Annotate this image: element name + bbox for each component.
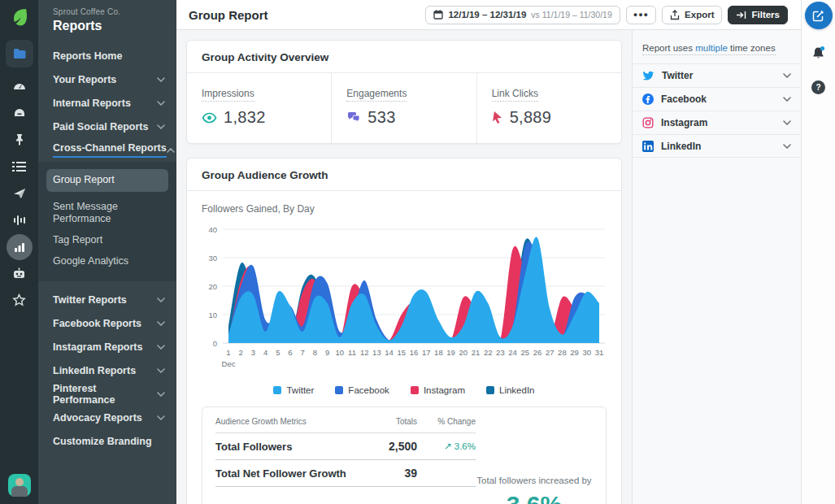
svg-text:18: 18 xyxy=(434,348,443,357)
pin-icon[interactable] xyxy=(0,126,38,153)
legend-item-facebook[interactable]: Facebook xyxy=(335,385,389,395)
svg-text:11: 11 xyxy=(348,348,356,357)
notifications-bell-icon[interactable] xyxy=(811,46,826,64)
sidebar-item-linkedin-reports[interactable]: LinkedIn Reports xyxy=(38,358,176,382)
company-name: Sprout Coffee Co. xyxy=(53,7,162,16)
sidebar-item-internal-reports[interactable]: Internal Reports xyxy=(38,91,176,115)
svg-text:3: 3 xyxy=(251,348,255,357)
sidebar-item-facebook-reports[interactable]: Facebook Reports xyxy=(38,311,176,335)
svg-text:13: 13 xyxy=(372,348,381,357)
sidebar-subitem-tag-report[interactable]: Tag Report xyxy=(38,230,176,251)
compose-button[interactable] xyxy=(805,2,833,29)
twitter-icon xyxy=(642,71,655,81)
svg-text:6: 6 xyxy=(288,348,292,357)
sidebar-item-label: Advocacy Reports xyxy=(53,412,157,424)
svg-text:16: 16 xyxy=(410,348,419,357)
date-compare-value: vs 11/1/19 – 11/30/19 xyxy=(531,10,611,20)
sidebar-subitem-sent-message-performance[interactable]: Sent Message Performance xyxy=(38,197,176,230)
channel-row-instagram[interactable]: Instagram xyxy=(633,111,801,134)
more-options-button[interactable]: ●●● xyxy=(626,6,656,24)
chevron-down-icon xyxy=(157,392,165,397)
svg-text:10: 10 xyxy=(208,311,217,319)
reports-bar-chart-icon[interactable] xyxy=(0,233,38,260)
sidebar-item-label: LinkedIn Reports xyxy=(53,365,157,376)
eye-icon xyxy=(202,112,217,124)
overview-card-title: Group Activity Overview xyxy=(187,41,621,73)
chevron-down-icon xyxy=(783,97,791,102)
overview-metrics: Impressions1,832Engagements533Link Click… xyxy=(187,73,621,143)
table-header-row: Audience Growth Metrics Totals % Change xyxy=(215,417,476,433)
sidebar-item-advocacy-reports[interactable]: Advocacy Reports xyxy=(38,406,176,429)
chevron-down-icon xyxy=(157,345,165,350)
sidebar-item-cross-channel-reports[interactable]: Cross-Channel Reports xyxy=(38,138,176,162)
sidebar-item-twitter-reports[interactable]: Twitter Reports xyxy=(38,288,176,311)
svg-text:21: 21 xyxy=(472,348,481,357)
channel-row-twitter[interactable]: Twitter xyxy=(633,63,801,87)
metric-label[interactable]: Engagements xyxy=(346,88,407,102)
chevron-down-icon xyxy=(157,368,165,373)
sidebar-main-nav: Reports HomeYour ReportsInternal Reports… xyxy=(38,44,176,162)
metric-value-row: 5,889 xyxy=(492,108,607,127)
svg-text:28: 28 xyxy=(558,348,567,357)
svg-text:23: 23 xyxy=(496,348,505,357)
legend-label: Twitter xyxy=(286,385,314,395)
reports-app-icon[interactable] xyxy=(6,40,33,67)
chevron-down-icon xyxy=(157,321,165,326)
legend-swatch xyxy=(273,386,281,394)
calendar-icon xyxy=(433,10,443,20)
metric-label[interactable]: Impressions xyxy=(202,88,254,102)
filters-button[interactable]: Filters xyxy=(728,6,788,24)
chevron-down-icon xyxy=(157,77,165,82)
metric-value: 5,889 xyxy=(510,108,552,127)
svg-text:26: 26 xyxy=(533,348,542,357)
export-button[interactable]: Export xyxy=(662,6,722,24)
channel-row-facebook[interactable]: Facebook xyxy=(633,87,801,111)
sidebar-subitem-google-analytics[interactable]: Google Analytics xyxy=(38,251,176,272)
star-icon[interactable] xyxy=(0,287,38,314)
svg-text:17: 17 xyxy=(422,348,431,357)
svg-text:24: 24 xyxy=(508,348,517,357)
reports-sidebar: Sprout Coffee Co. Reports Reports HomeYo… xyxy=(38,0,176,504)
sidebar-item-instagram-reports[interactable]: Instagram Reports xyxy=(38,335,176,358)
chevron-down-icon xyxy=(157,415,165,420)
metric-label[interactable]: Link Clicks xyxy=(492,88,538,102)
user-avatar[interactable] xyxy=(8,474,31,497)
legend-label: LinkedIn xyxy=(499,385,534,395)
inbox-icon[interactable] xyxy=(0,99,38,126)
sidebar-item-pinterest-performance[interactable]: Pinterest Performance xyxy=(38,382,176,406)
bot-icon[interactable] xyxy=(0,260,38,287)
svg-text:40: 40 xyxy=(208,225,217,234)
series-area-twitter xyxy=(228,237,599,343)
sidebar-subitem-group-report[interactable]: Group Report xyxy=(46,169,168,192)
sidebar-item-customize-branding[interactable]: Customize Branding xyxy=(38,429,176,453)
publish-paper-plane-icon[interactable] xyxy=(0,180,38,206)
sidebar-item-reports-home[interactable]: Reports Home xyxy=(38,44,176,67)
help-icon[interactable]: ? xyxy=(811,80,825,94)
legend-swatch xyxy=(335,386,343,394)
table-row-total-followers: Total Followers2,500↗ 3.6% xyxy=(215,433,476,460)
channel-row-linkedin[interactable]: LinkedIn xyxy=(633,134,801,158)
growth-card-title: Group Audience Growth xyxy=(187,159,621,191)
row-metric: Total Followers xyxy=(215,441,360,453)
metric-value-row: 1,832 xyxy=(202,108,316,127)
table-row-total-net-follower-growth: Total Net Follower Growth39 xyxy=(215,460,476,487)
metric-link-clicks: Link Clicks5,889 xyxy=(476,73,621,143)
listening-equalizer-icon[interactable] xyxy=(0,206,38,233)
note-suffix: time zones xyxy=(728,43,776,53)
legend-item-linkedin[interactable]: LinkedIn xyxy=(486,385,534,395)
note-prefix: Report uses xyxy=(642,43,695,53)
date-range-button[interactable]: 12/1/19 – 12/31/19 vs 11/1/19 – 11/30/19 xyxy=(425,6,620,24)
list-icon[interactable] xyxy=(0,153,38,180)
topbar-actions: 12/1/19 – 12/31/19 vs 11/1/19 – 11/30/19… xyxy=(425,6,788,24)
multiple-timezones-link[interactable]: multiple xyxy=(695,43,728,53)
sidebar-item-your-reports[interactable]: Your Reports xyxy=(38,67,176,91)
sidebar-item-paid-social-reports[interactable]: Paid Social Reports xyxy=(38,115,176,138)
legend-item-twitter[interactable]: Twitter xyxy=(273,385,314,395)
dashboard-gauge-icon[interactable] xyxy=(0,72,38,99)
chart-subtitle: Followers Gained, By Day xyxy=(202,203,607,215)
summary-caption: Total followers increased by xyxy=(476,476,591,485)
metric-engagements: Engagements533 xyxy=(331,73,476,143)
filters-icon xyxy=(736,11,746,20)
legend-item-instagram[interactable]: Instagram xyxy=(411,385,465,395)
filters-label: Filters xyxy=(751,10,780,20)
